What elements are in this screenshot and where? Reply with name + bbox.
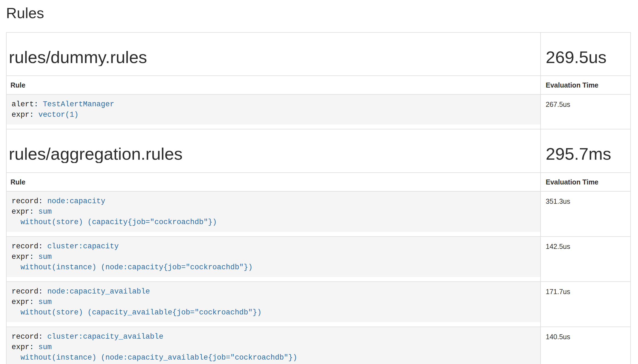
rule-code: record: node:capacity_available expr: su… [7, 282, 540, 322]
code-key: record: [12, 242, 47, 251]
rule-link[interactable]: without(instance) (node:capacity{job="co… [12, 263, 253, 271]
group-eval-cell: 269.5us [540, 32, 631, 76]
rule-link[interactable]: without(store) (capacity{job="cockroachd… [12, 218, 217, 226]
rules-table: rules/dummy.rules269.5usRuleEvaluation T… [6, 32, 631, 364]
group-eval-time: 269.5us [546, 48, 628, 66]
rule-cell: record: cluster:capacity expr: sum witho… [6, 237, 540, 282]
group-name: rules/aggregation.rules [9, 145, 538, 163]
rule-code: record: cluster:capacity_available expr:… [7, 327, 540, 364]
eval-time-cell: 140.5us [540, 327, 631, 364]
code-key: record: [12, 333, 47, 341]
column-header-eval: Evaluation Time [540, 76, 631, 94]
code-key: alert: [12, 100, 43, 108]
column-header-rule: Rule [6, 76, 540, 94]
rule-link[interactable]: without(store) (capacity_available{job="… [12, 308, 261, 317]
code-key: record: [12, 287, 47, 296]
eval-time-cell: 142.5us [540, 237, 631, 282]
rule-group-header-row: rules/aggregation.rules295.7ms [6, 129, 631, 172]
group-name-cell: rules/dummy.rules [6, 32, 540, 76]
rule-link[interactable]: TestAlertManager [43, 100, 114, 108]
rule-group-header-row: rules/dummy.rules269.5us [6, 32, 631, 76]
code-key: record: [12, 197, 47, 205]
rule-link[interactable]: cluster:capacity [47, 242, 119, 251]
rule-cell: record: node:capacity expr: sum without(… [6, 191, 540, 237]
group-name-cell: rules/aggregation.rules [6, 129, 540, 172]
rule-cell: alert: TestAlertManager expr: vector(1) [6, 94, 540, 129]
rule-link[interactable]: without(instance) (node:capacity_availab… [12, 354, 297, 362]
rules-page: Rules rules/dummy.rules269.5usRuleEvalua… [0, 5, 638, 364]
column-header-rule: Rule [6, 173, 540, 191]
rule-cell: record: cluster:capacity_available expr:… [6, 327, 540, 364]
rule-row: alert: TestAlertManager expr: vector(1)2… [6, 94, 631, 129]
page-title: Rules [6, 5, 631, 21]
rule-code: alert: TestAlertManager expr: vector(1) [7, 95, 540, 124]
group-eval-cell: 295.7ms [540, 129, 631, 172]
code-key: expr: [12, 111, 38, 119]
rule-link[interactable]: sum [38, 253, 52, 261]
column-header-row: RuleEvaluation Time [6, 173, 631, 191]
eval-time-cell: 351.3us [540, 191, 631, 237]
column-header-eval: Evaluation Time [540, 173, 631, 191]
rule-row: record: node:capacity_available expr: su… [6, 282, 631, 327]
group-name: rules/dummy.rules [9, 48, 538, 66]
code-key: expr: [12, 298, 38, 306]
group-eval-time: 295.7ms [546, 145, 628, 163]
rule-cell: record: node:capacity_available expr: su… [6, 282, 540, 327]
rule-link[interactable]: node:capacity [47, 197, 106, 205]
eval-time-cell: 267.5us [540, 94, 631, 129]
rule-row: record: cluster:capacity expr: sum witho… [6, 237, 631, 282]
rule-link[interactable]: sum [38, 343, 52, 351]
rule-link[interactable]: cluster:capacity_available [47, 333, 163, 341]
code-key: expr: [12, 343, 38, 351]
column-header-row: RuleEvaluation Time [6, 76, 631, 94]
eval-time-cell: 171.7us [540, 282, 631, 327]
rule-row: record: node:capacity expr: sum without(… [6, 191, 631, 237]
rule-link[interactable]: sum [38, 298, 52, 306]
rule-row: record: cluster:capacity_available expr:… [6, 327, 631, 364]
rule-code: record: cluster:capacity expr: sum witho… [7, 237, 540, 277]
code-key: expr: [12, 208, 38, 216]
rule-link[interactable]: sum [38, 208, 52, 216]
rule-code: record: node:capacity expr: sum without(… [7, 192, 540, 232]
rule-link[interactable]: node:capacity_available [47, 287, 150, 296]
code-key: expr: [12, 253, 38, 261]
rules-table-body: rules/dummy.rules269.5usRuleEvaluation T… [6, 32, 631, 364]
rule-link[interactable]: vector(1) [38, 111, 79, 119]
